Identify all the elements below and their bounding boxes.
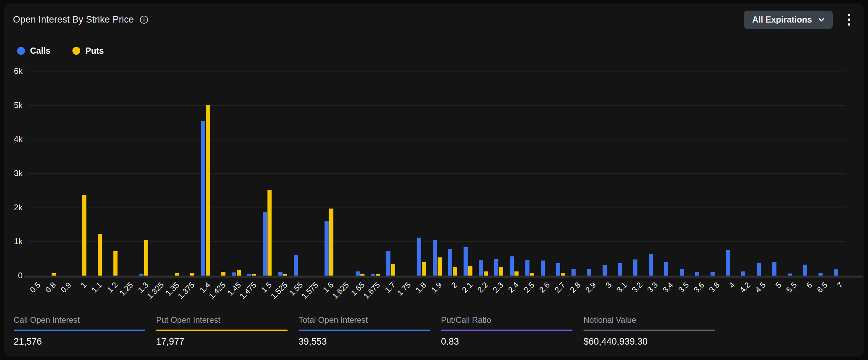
bar-group-strike-1.2 bbox=[109, 251, 118, 276]
calls-bar bbox=[571, 269, 576, 276]
x-axis-tick: 2.7 bbox=[553, 280, 567, 295]
calls-bar bbox=[695, 272, 699, 276]
x-axis-tick: 0.8 bbox=[43, 280, 58, 295]
calls-bar bbox=[494, 259, 498, 276]
legend-item-puts[interactable]: Puts bbox=[72, 46, 104, 56]
calls-bar bbox=[587, 269, 591, 276]
x-axis-tick: 2.8 bbox=[568, 280, 583, 295]
puts-bar bbox=[175, 273, 179, 276]
x-axis-tick: 7 bbox=[835, 280, 845, 290]
calls-bar bbox=[834, 269, 838, 276]
puts-bar bbox=[221, 272, 225, 276]
stat-underline bbox=[583, 330, 715, 331]
x-axis-tick: 1.2 bbox=[105, 280, 120, 295]
panel-title-group: Open Interest By Strike Price bbox=[13, 14, 149, 25]
legend-dot-icon bbox=[17, 47, 25, 55]
bar-group-strike-1.6 bbox=[325, 209, 333, 276]
calls-bar bbox=[386, 251, 390, 276]
calls-bar bbox=[803, 265, 807, 276]
calls-bar bbox=[757, 263, 761, 276]
calls-bar bbox=[680, 269, 684, 276]
bar-group-strike-2.2 bbox=[479, 260, 488, 276]
puts-bar bbox=[52, 273, 56, 276]
legend-item-calls[interactable]: Calls bbox=[17, 46, 51, 56]
puts-bar bbox=[499, 267, 503, 276]
bar-group-strike-3.8 bbox=[711, 272, 719, 276]
kebab-menu-icon[interactable] bbox=[846, 12, 852, 27]
page-title: Open Interest By Strike Price bbox=[13, 14, 134, 25]
bar-group-strike-2.8 bbox=[571, 269, 580, 276]
x-axis-tick: 1.525 bbox=[269, 280, 289, 301]
calls-bar bbox=[788, 274, 792, 276]
puts-bar bbox=[422, 262, 426, 276]
x-axis-tick: 0.9 bbox=[59, 280, 73, 295]
x-axis-tick: 1.7 bbox=[383, 280, 397, 295]
stat-underline bbox=[441, 330, 573, 331]
puts-bar bbox=[530, 273, 534, 276]
calls-bar bbox=[664, 262, 668, 276]
x-axis-tick: 2.5 bbox=[522, 280, 536, 295]
y-axis-tick: 1k bbox=[14, 237, 23, 246]
x-axis-tick: 1.75 bbox=[395, 280, 413, 298]
x-axis-tick: 3.6 bbox=[692, 280, 706, 295]
x-axis-tick: 1.375 bbox=[176, 280, 197, 301]
stat-label: Put/Call Ratio bbox=[441, 315, 573, 325]
stat-total-open-interest: Total Open Interest39,553 bbox=[299, 315, 430, 347]
puts-bar bbox=[360, 274, 364, 276]
bar-group-strike-3.3 bbox=[649, 254, 658, 276]
stat-call-open-interest: Call Open Interest21,576 bbox=[14, 315, 145, 347]
stat-label: Put Open Interest bbox=[156, 315, 288, 325]
calls-bar bbox=[556, 263, 560, 276]
puts-bar bbox=[283, 274, 287, 276]
calls-bar bbox=[741, 271, 745, 276]
y-axis-tick: 2k bbox=[14, 203, 23, 212]
puts-bar bbox=[206, 105, 210, 276]
bar-group-strike-2 bbox=[448, 249, 457, 276]
stat-label: Notional Value bbox=[583, 315, 715, 325]
info-circle-icon[interactable] bbox=[139, 15, 149, 24]
gridline bbox=[28, 208, 846, 208]
calls-bar bbox=[232, 272, 236, 276]
calls-bar bbox=[325, 221, 329, 276]
x-axis-tick: 2.6 bbox=[537, 280, 552, 295]
legend-dot-icon bbox=[72, 47, 80, 55]
gridline bbox=[28, 173, 846, 174]
calls-bar bbox=[772, 262, 776, 276]
puts-bar bbox=[190, 273, 194, 276]
open-interest-chart: 6k5k4k3k2k1k00.50.80.911.11.21.251.31.32… bbox=[28, 71, 846, 276]
stat-put-open-interest: Put Open Interest17,977 bbox=[156, 315, 288, 347]
x-axis-line bbox=[24, 276, 863, 278]
stat-label: Total Open Interest bbox=[299, 315, 430, 325]
x-axis-tick: 2.1 bbox=[460, 280, 474, 295]
x-axis-tick: 3.2 bbox=[630, 280, 644, 295]
bar-group-strike-3.6 bbox=[695, 272, 704, 276]
x-axis-tick: 1.425 bbox=[207, 280, 228, 301]
puts-bar bbox=[237, 270, 241, 276]
panel-header: Open Interest By Strike Price All Expira… bbox=[4, 3, 864, 36]
x-axis-tick: 5 bbox=[774, 280, 783, 290]
y-axis-tick: 4k bbox=[14, 134, 23, 144]
panel-header-actions: All Expirations bbox=[744, 11, 852, 29]
bar-group-strike-4 bbox=[726, 250, 735, 276]
puts-bar bbox=[453, 267, 457, 276]
bar-group-strike-1.675 bbox=[371, 274, 380, 276]
x-axis-tick: 1.9 bbox=[429, 280, 444, 295]
y-axis-tick: 6k bbox=[14, 66, 23, 76]
calls-bar bbox=[464, 247, 468, 276]
x-axis-tick: 4.2 bbox=[738, 280, 753, 295]
calls-bar bbox=[263, 212, 267, 276]
x-axis-tick: 1.675 bbox=[361, 280, 382, 301]
stat-underline bbox=[299, 330, 430, 331]
calls-bar bbox=[603, 265, 607, 276]
bar-group-strike-1.55 bbox=[294, 255, 303, 276]
x-axis-tick: 1.25 bbox=[118, 280, 135, 298]
x-axis-tick: 1.575 bbox=[300, 280, 320, 301]
legend-label: Puts bbox=[85, 46, 104, 56]
x-axis-tick: 0.5 bbox=[28, 280, 42, 295]
calls-bar bbox=[649, 254, 653, 276]
puts-bar bbox=[514, 271, 519, 276]
calls-bar bbox=[711, 272, 715, 276]
expirations-dropdown[interactable]: All Expirations bbox=[744, 11, 833, 29]
x-axis-tick: 1.325 bbox=[145, 280, 166, 301]
x-axis-tick: 6.5 bbox=[815, 280, 830, 295]
